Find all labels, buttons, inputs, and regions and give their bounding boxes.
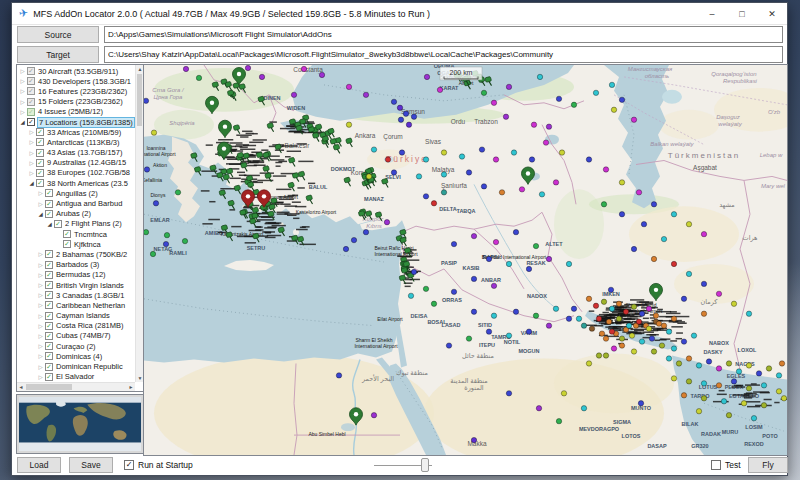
- map-addon-dot[interactable]: [384, 220, 389, 225]
- collapsed-arrow-icon[interactable]: ▷: [37, 353, 44, 359]
- tree-item[interactable]: ▷✓38 Europes (102.7GB/58: [17, 168, 135, 178]
- map-addon-dot[interactable]: [701, 311, 706, 316]
- map-addon-dot[interactable]: [526, 266, 531, 271]
- map-addon-dot[interactable]: [616, 301, 621, 306]
- map-addon-dot[interactable]: [609, 82, 614, 87]
- map-addon-dot[interactable]: [424, 74, 429, 79]
- save-button[interactable]: Save: [69, 457, 113, 473]
- tree-item-label[interactable]: Antigua and Barbud: [55, 199, 123, 208]
- map-addon-dot[interactable]: [566, 261, 571, 266]
- map-addon-dot[interactable]: [716, 366, 721, 371]
- map-addon-dot[interactable]: [537, 74, 542, 79]
- map-addon-dot[interactable]: [546, 256, 551, 261]
- map-addon-dot[interactable]: [599, 331, 604, 336]
- tree-checkbox[interactable]: ✓: [36, 149, 44, 157]
- map-addon-dot[interactable]: [659, 343, 664, 348]
- tree-item[interactable]: ▷✓33 Africas (210MB/59): [17, 127, 135, 137]
- map-addon-dot[interactable]: [479, 147, 484, 152]
- map-addon-dot[interactable]: [363, 92, 368, 97]
- collapsed-arrow-icon[interactable]: ▷: [19, 68, 26, 74]
- map-addon-dot[interactable]: [656, 321, 661, 326]
- map-addon-dot[interactable]: [506, 333, 511, 338]
- map-addon-dot[interactable]: [491, 100, 496, 105]
- close-button[interactable]: ✕: [757, 3, 787, 24]
- map-addon-dot[interactable]: [581, 323, 586, 328]
- map-addon-dot[interactable]: [761, 383, 766, 388]
- expanded-arrow-icon[interactable]: ◢: [46, 221, 53, 227]
- tree-item[interactable]: ◢✓7 Locations (159.8GB/1385): [17, 117, 135, 127]
- map-addon-dot[interactable]: [519, 187, 524, 192]
- map-addon-dot[interactable]: [301, 66, 306, 71]
- map-addon-dot[interactable]: [721, 399, 726, 404]
- map-addon-dot[interactable]: [493, 157, 498, 162]
- map-addon-dot[interactable]: [336, 373, 341, 378]
- collapsed-arrow-icon[interactable]: ▷: [37, 282, 44, 288]
- tree-item[interactable]: ▷✓30 Aircraft (53.5GB/911): [17, 66, 135, 76]
- map-addon-dot[interactable]: [623, 309, 628, 314]
- title-bar[interactable]: ✈ MFS AddOn Locator 2.0.0 ( Actual 49.7G…: [12, 3, 787, 25]
- collapsed-arrow-icon[interactable]: ▷: [37, 190, 44, 196]
- tree-item[interactable]: ▷✓16 Features (223GB/2362): [17, 86, 135, 96]
- map-addon-dot[interactable]: [144, 98, 149, 103]
- tree-item-label[interactable]: El Salvador: [55, 372, 95, 381]
- target-path-input[interactable]: [104, 46, 783, 63]
- map-addon-dot[interactable]: [416, 174, 421, 179]
- expanded-arrow-icon[interactable]: ◢: [28, 180, 35, 186]
- map-addon-dot[interactable]: [619, 343, 624, 348]
- tree-vertical-scrollbar[interactable]: ▲ ▼: [135, 65, 143, 382]
- minimize-button[interactable]: –: [697, 3, 727, 24]
- tree-checkbox[interactable]: ✓: [27, 98, 35, 106]
- map-addon-dot[interactable]: [391, 170, 396, 175]
- map-addon-dot[interactable]: [606, 319, 611, 324]
- collapsed-arrow-icon[interactable]: ▷: [28, 150, 35, 156]
- map-addon-dot[interactable]: [609, 306, 614, 311]
- map-addon-dot[interactable]: [491, 283, 496, 288]
- map-addon-dot[interactable]: [471, 276, 476, 281]
- map-addon-dot[interactable]: [441, 172, 446, 177]
- map-addon-dot[interactable]: [611, 346, 616, 351]
- map-addon-dot[interactable]: [391, 99, 396, 104]
- tree-checkbox[interactable]: ✓: [36, 159, 44, 167]
- map-addon-dot[interactable]: [681, 339, 686, 344]
- map-addon-dot[interactable]: [403, 111, 408, 116]
- map-addon-dot[interactable]: [408, 293, 413, 298]
- map-addon-dot[interactable]: [651, 349, 656, 354]
- tree-item[interactable]: ▷✓Caribbean Netherlan: [17, 300, 135, 310]
- map-addon-dot[interactable]: [671, 316, 676, 321]
- map-addon-dot[interactable]: [666, 329, 671, 334]
- source-button[interactable]: Source: [17, 26, 99, 43]
- map-addon-dot[interactable]: [619, 212, 624, 217]
- tree-item-label[interactable]: 4 Issues (25MB/12): [37, 107, 104, 116]
- map-addon-dot[interactable]: [619, 97, 624, 102]
- fly-button[interactable]: Fly: [748, 457, 788, 473]
- tree-item-label[interactable]: 38 North Americas (23.5: [46, 179, 129, 188]
- tree-checkbox[interactable]: ✓: [45, 301, 53, 309]
- map-addon-dot[interactable]: [761, 403, 766, 408]
- tree-item-label[interactable]: Antarcticas (113KB/3): [46, 138, 120, 147]
- expanded-arrow-icon[interactable]: ◢: [19, 119, 26, 125]
- map-zoom-slider-thumb[interactable]: [421, 458, 429, 472]
- map-addon-dot[interactable]: [529, 157, 534, 162]
- map-addon-dot[interactable]: [182, 238, 187, 243]
- tree-checkbox[interactable]: ✓: [45, 261, 53, 269]
- tree-item[interactable]: ▷✓Cayman Islands: [17, 311, 135, 321]
- map-addon-dot[interactable]: [671, 376, 676, 381]
- tree-item-label[interactable]: Costa Rica (281MB): [55, 321, 125, 330]
- map-addon-dot[interactable]: [596, 353, 601, 358]
- map-addon-dot[interactable]: [411, 269, 416, 274]
- map-addon-dot[interactable]: [596, 316, 601, 321]
- map-addon-dot[interactable]: [741, 401, 746, 406]
- tree-checkbox[interactable]: ✓: [45, 200, 53, 208]
- map-addon-dot[interactable]: [671, 212, 676, 217]
- tree-item-label[interactable]: Tncmtnca: [73, 230, 108, 239]
- map-addon-dot[interactable]: [726, 413, 731, 418]
- map-addon-dot[interactable]: [776, 373, 781, 378]
- map-addon-dot[interactable]: [506, 391, 511, 396]
- map-addon-dot[interactable]: [666, 356, 671, 361]
- map-addon-dot[interactable]: [651, 256, 656, 261]
- map-addon-dot[interactable]: [756, 371, 761, 376]
- tree-checkbox[interactable]: ✓: [27, 87, 35, 95]
- map-addon-dot[interactable]: [639, 311, 644, 316]
- map-addon-dot[interactable]: [639, 339, 644, 344]
- map-addon-dot[interactable]: [441, 150, 446, 155]
